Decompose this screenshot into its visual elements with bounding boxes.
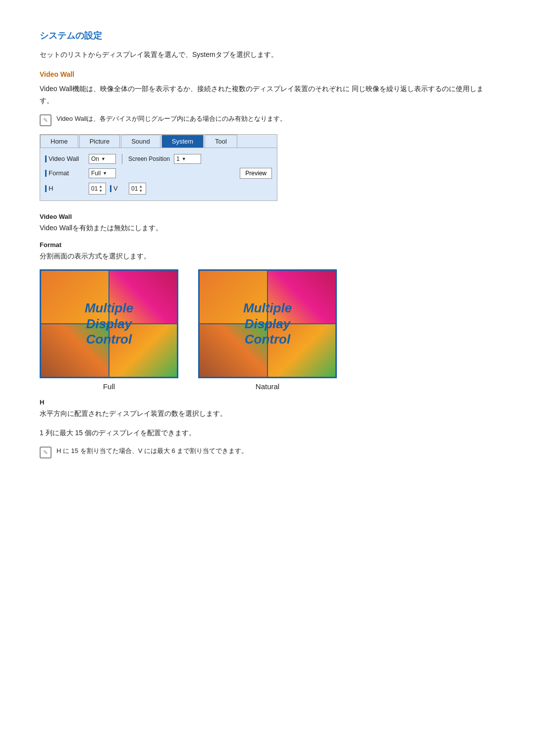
format-item-desc: 分割画面の表示方式を選択します。 xyxy=(40,251,495,261)
ui-row-1: Video Wall On ▼ Screen Position 1 ▼ xyxy=(45,152,272,166)
ui-content: Video Wall On ▼ Screen Position 1 ▼ Form… xyxy=(40,148,277,201)
note-icon-1: ✎ xyxy=(40,114,52,126)
ui-row-3: H 01 ▲▼ V 01 ▲▼ xyxy=(45,181,272,197)
format-natural-frame: MultipleDisplayControl xyxy=(198,269,337,378)
h-item-title: H xyxy=(40,399,495,406)
ui-h-label: H xyxy=(45,185,85,193)
ui-format-value: Full xyxy=(91,170,101,177)
format-natural-label: Natural xyxy=(256,382,279,391)
format-full-text: MultipleDisplayControl xyxy=(85,301,133,348)
note-text-1: Video Wallは、各デバイスが同じグループ内にある場合にのみ有効となります… xyxy=(56,114,286,124)
ui-separator-1 xyxy=(122,154,122,164)
ui-videowall-label: Video Wall xyxy=(45,155,85,163)
h-item-desc2: 1 列に最大 15 個のディスプレイを配置できます。 xyxy=(40,427,495,438)
ui-format-label: Format xyxy=(45,169,85,177)
ui-v-number[interactable]: 01 ▲▼ xyxy=(129,183,146,195)
note-text-2: H に 15 を割り当てた場合、V には最大 6 まで割り当てできます。 xyxy=(56,446,248,456)
note-box-1: ✎ Video Wallは、各デバイスが同じグループ内にある場合にのみ有効となり… xyxy=(40,114,495,126)
ui-v-label: V xyxy=(110,185,125,193)
videowall-item-title: Video Wall xyxy=(40,213,495,220)
tab-system[interactable]: System xyxy=(161,135,204,148)
note-box-2: ✎ H に 15 を割り当てた場合、V には最大 6 まで割り当てできます。 xyxy=(40,446,495,458)
h-item-desc1: 水平方向に配置されたディスプレイ装置の数を選択します。 xyxy=(40,408,495,419)
ui-videowall-value: On xyxy=(91,155,99,162)
ui-h-number[interactable]: 01 ▲▼ xyxy=(89,183,106,195)
format-images: MultipleDisplayControl Full MultipleDisp xyxy=(40,269,495,391)
tab-sound[interactable]: Sound xyxy=(121,135,160,148)
preview-button[interactable]: Preview xyxy=(240,168,272,179)
h-spinner[interactable]: ▲▼ xyxy=(99,184,103,193)
format-item-title: Format xyxy=(40,241,495,249)
screen-position-label: Screen Position xyxy=(128,155,170,162)
dropdown-arrow-1: ▼ xyxy=(101,156,106,161)
ui-h-value: 01 xyxy=(91,185,98,192)
ui-screenpos-value: 1 xyxy=(176,155,180,162)
ui-format-select[interactable]: Full ▼ xyxy=(89,168,116,178)
intro-text: セットのリストからディスプレイ装置を選んで、Systemタブを選択します。 xyxy=(40,50,495,59)
section-title: システムの設定 xyxy=(40,30,495,42)
dropdown-arrow-3: ▼ xyxy=(103,171,107,176)
format-natural-text: MultipleDisplayControl xyxy=(243,301,292,348)
format-full-frame: MultipleDisplayControl xyxy=(40,269,178,378)
videowall-item-desc: Video Wallを有効または無効にします。 xyxy=(40,222,495,233)
note-icon-2: ✎ xyxy=(40,447,52,458)
tab-home[interactable]: Home xyxy=(40,135,78,148)
ui-screenshot: Home Picture Sound System Tool Video Wal… xyxy=(40,134,277,201)
tab-bar: Home Picture Sound System Tool xyxy=(40,135,277,148)
v-spinner[interactable]: ▲▼ xyxy=(139,184,143,193)
ui-screenpos-select[interactable]: 1 ▼ xyxy=(174,154,201,164)
videowall-description: Video Wall機能は、映像全体の一部を表示するか、接続された複数のディスプ… xyxy=(40,83,495,107)
ui-v-value: 01 xyxy=(131,185,138,192)
format-full-label: Full xyxy=(103,382,115,391)
format-full-item: MultipleDisplayControl Full xyxy=(40,269,178,391)
tab-picture[interactable]: Picture xyxy=(79,135,120,148)
ui-videowall-select[interactable]: On ▼ xyxy=(89,154,116,164)
dropdown-arrow-2: ▼ xyxy=(182,156,186,161)
videowall-subtitle: Video Wall xyxy=(40,70,495,78)
tab-tool[interactable]: Tool xyxy=(205,135,237,148)
ui-row-2: Format Full ▼ Preview xyxy=(45,166,272,181)
format-natural-item: MultipleDisplayControl Natural xyxy=(198,269,337,391)
